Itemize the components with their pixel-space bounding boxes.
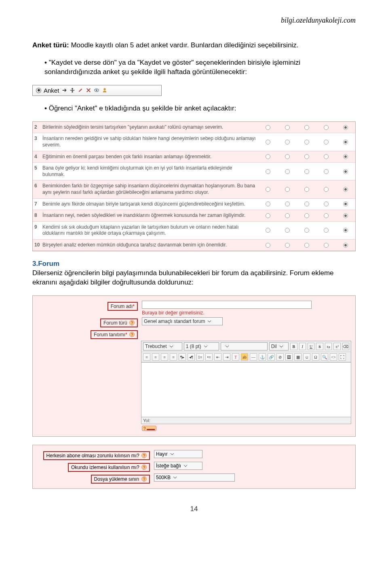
survey-radios[interactable] — [258, 199, 355, 210]
survey-radios[interactable] — [258, 151, 355, 163]
unlink-icon[interactable]: ⊘ — [276, 353, 284, 361]
path-label: Yol: — [143, 418, 150, 423]
align-right-icon[interactable]: ≡ — [161, 353, 168, 361]
chevron-down-icon — [204, 344, 208, 348]
size-select[interactable]: 1 (8 pt) — [184, 342, 219, 350]
forum-type-label-wrap: Forum türü ? — [37, 317, 138, 327]
survey-text: Eğitimimin en önemli parçası benden çok … — [42, 151, 258, 163]
html-icon[interactable]: <> — [330, 353, 337, 361]
bold-icon[interactable]: B — [290, 343, 297, 350]
user-icon — [102, 87, 108, 93]
tracking-select[interactable]: İsteğe bağlı — [154, 462, 202, 470]
rte-toolbar: Trebuchet 1 (8 pt) Dil B I U S x₂ x² ⌫ ≡… — [141, 341, 351, 363]
char-icon[interactable]: Ω — [312, 353, 319, 361]
textcolor-icon[interactable]: T — [232, 353, 239, 361]
survey-text: Benimle aynı fikirde olmayan biriyle tar… — [42, 199, 258, 210]
survey-num: 8 — [33, 210, 42, 221]
help-icon[interactable]: ? — [141, 465, 147, 470]
survey-radios[interactable] — [258, 133, 355, 151]
survey-radios[interactable] — [258, 210, 355, 221]
survey-text: Benimkinden farklı bir özgeçmişe sahip i… — [42, 180, 258, 198]
link-icon[interactable]: 🔗 — [268, 353, 275, 361]
survey-text: İnsanların nereden geldiğini ve sahip ol… — [42, 133, 258, 151]
survey-radios[interactable] — [258, 180, 355, 198]
survey-num: 2 — [33, 122, 42, 133]
subscribe-label-wrap: Herkesin abone olması zorunlu kılınsın m… — [37, 450, 150, 460]
survey-num: 6 — [33, 180, 42, 198]
align-center-icon[interactable]: ≡ — [152, 353, 159, 361]
survey-num: 7 — [33, 199, 42, 210]
ltr-icon[interactable]: ¶▸ — [179, 353, 186, 361]
intro-paragraph: Anket türü: Moodle kayıtlı olan 5 adet a… — [32, 41, 356, 50]
anket-label: Anket — [44, 87, 59, 94]
forum-form-2: Herkesin abone olması zorunlu kılınsın m… — [32, 445, 356, 489]
clean-icon[interactable]: ⌫ — [342, 343, 349, 350]
forum-name-input[interactable] — [142, 301, 312, 309]
forum-type-select[interactable]: Genel amaçlı standart forum — [142, 317, 223, 325]
subscript-icon[interactable]: x₂ — [325, 343, 332, 350]
upload-select[interactable]: 500KB — [154, 473, 235, 482]
lang-select[interactable]: Dil — [269, 342, 289, 350]
help-icon[interactable]: ? — [129, 320, 135, 325]
outdent-icon[interactable]: ⇤ — [214, 353, 221, 361]
forum-intro-label-wrap: Forum tanıtımı* ? — [37, 329, 138, 339]
page-number: 14 — [32, 505, 356, 513]
align-left-icon[interactable]: ≡ — [143, 353, 150, 361]
align-justify-icon[interactable]: ≡ — [170, 353, 177, 361]
bullet-2: Öğrenci "Anket" e tıkladığında şu şekild… — [44, 104, 356, 113]
list-ol-icon[interactable]: 1≡ — [196, 353, 204, 361]
survey-text: Birşeyleri analiz ederken mümkün olduğun… — [42, 240, 258, 251]
svg-point-1 — [96, 90, 98, 91]
underline-icon[interactable]: U — [308, 343, 314, 350]
italic-icon[interactable]: I — [299, 343, 306, 350]
intro-text: Moodle kayıtlı olan 5 adet anket vardır.… — [69, 41, 299, 49]
search-icon[interactable]: 🔍 — [321, 353, 328, 361]
tracking-label-wrap: Okundu izlemesi kullanılsın mı? ? — [37, 462, 150, 472]
rte-status-bar: Yol: — [141, 417, 351, 424]
fullscreen-icon[interactable]: ⛶ — [339, 353, 346, 361]
forum-section: 3.Forum Dilerseniz öğrencilerin bilgi pa… — [32, 259, 356, 287]
anket-module-box: Anket — [32, 85, 162, 96]
subscribe-select[interactable]: Hayır — [154, 450, 202, 458]
superscript-icon[interactable]: x² — [333, 343, 340, 350]
survey-num: 3 — [33, 133, 42, 151]
anchor-icon[interactable]: ⚓ — [259, 353, 266, 361]
survey-num: 5 — [33, 163, 42, 180]
strike-icon[interactable]: S — [316, 343, 323, 350]
bullet-1: "Kaydet ve derse dön" ya da "Kaydet ve g… — [44, 58, 356, 77]
forum-text: Dilerseniz öğrencilerin bilgi paylaşımın… — [32, 269, 334, 286]
bgcolor-icon[interactable]: ab — [241, 353, 248, 361]
chevron-down-icon — [279, 344, 283, 348]
rtl-icon[interactable]: ◂¶ — [188, 353, 195, 361]
forum-name-error: Buraya bir değer girmelisiniz. — [142, 309, 351, 316]
table-icon[interactable]: ▦ — [294, 353, 302, 361]
survey-num: 10 — [33, 240, 42, 251]
help-icon[interactable]: ? — [129, 332, 135, 337]
forum-type-label: Forum türü ? — [100, 318, 138, 327]
image-icon[interactable]: 🖼 — [285, 353, 293, 361]
help-icon[interactable]: ? ▬▬ — [142, 426, 156, 431]
survey-radios[interactable] — [258, 240, 355, 251]
x-icon — [86, 87, 91, 93]
survey-text: Birilerinin söylediğinin tersini tartışı… — [42, 122, 258, 133]
survey-num: 4 — [33, 151, 42, 163]
survey-radios[interactable] — [258, 222, 355, 239]
font-select[interactable]: Trebuchet — [143, 342, 182, 350]
rte-body[interactable] — [141, 363, 351, 417]
eye-icon — [94, 87, 99, 93]
help-icon[interactable]: ? — [141, 476, 147, 482]
hr-icon[interactable]: — — [250, 353, 257, 361]
chevron-down-icon — [207, 319, 211, 323]
survey-radios[interactable] — [258, 122, 355, 133]
smiley-icon[interactable]: ☺ — [303, 353, 310, 361]
list-ul-icon[interactable]: •≡ — [205, 353, 213, 361]
indent-icon[interactable]: ⇥ — [223, 353, 230, 361]
help-icon[interactable]: ? — [141, 453, 147, 458]
survey-radios[interactable] — [258, 163, 355, 180]
survey-table: 2Birilerinin söylediğinin tersini tartış… — [32, 121, 356, 252]
chevron-down-icon — [173, 475, 177, 480]
radio-selected-icon — [36, 88, 41, 93]
rich-text-editor[interactable]: Trebuchet 1 (8 pt) Dil B I U S x₂ x² ⌫ ≡… — [141, 341, 351, 431]
style-select[interactable] — [221, 342, 268, 350]
tracking-label: Okundu izlemesi kullanılsın mı? ? — [68, 463, 150, 472]
